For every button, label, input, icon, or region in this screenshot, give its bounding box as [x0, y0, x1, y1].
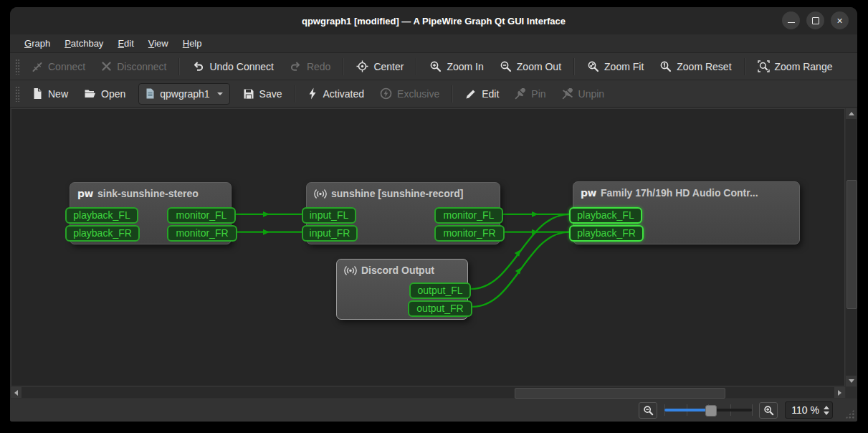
close-button[interactable]: × [831, 11, 849, 29]
pipewire-icon: pw [581, 188, 596, 198]
node-title: sink-sunshine-stereo [97, 188, 199, 199]
menu-help[interactable]: Help [176, 36, 209, 51]
arrow-right-icon [838, 390, 841, 396]
pin-button[interactable]: Pin [507, 83, 553, 105]
slider-fill [664, 409, 710, 411]
maximize-button[interactable] [806, 11, 824, 29]
vertical-scrollbar[interactable] [846, 108, 857, 386]
menu-edit[interactable]: Edit [110, 36, 140, 51]
node-title: Family 17h/19h HD Audio Contr... [601, 187, 758, 199]
menu-patchbay[interactable]: Patchbay [57, 36, 110, 51]
bolt-circle-icon [380, 87, 392, 100]
slider-tick [752, 404, 753, 416]
toolbar-grip[interactable] [15, 86, 20, 102]
connection-arrow [263, 211, 270, 217]
pencil-icon [465, 88, 477, 100]
toolbar-separator [573, 58, 575, 75]
edit-toggle[interactable]: Edit [458, 83, 506, 105]
graph-toolbar: Connect Disconnect Undo Connect Redo Cen… [10, 53, 857, 80]
close-icon: × [836, 16, 842, 26]
undo-connect-button[interactable]: Undo Connect [185, 56, 281, 77]
minimize-button[interactable] [782, 11, 800, 29]
zoom-fit-icon [587, 60, 599, 72]
arrow-up-icon [849, 112, 854, 115]
zoom-range-button[interactable]: Zoom Range [750, 56, 840, 77]
zoom-in-button-status[interactable] [759, 402, 778, 419]
connection-arrow [263, 229, 270, 235]
connection-arrow [532, 211, 538, 217]
window-controls: × [782, 11, 849, 29]
statusbar: 110 % [10, 399, 857, 422]
scroll-left-button[interactable] [11, 387, 22, 398]
node-title: sunshine [sunshine-record] [331, 188, 463, 199]
open-button[interactable]: Open [77, 83, 133, 105]
port-monitor-fr[interactable]: monitor_FR [434, 225, 505, 242]
minimize-icon [788, 22, 795, 23]
zoom-in-button[interactable]: Zoom In [422, 56, 490, 77]
port-playback-fl[interactable]: playback_FL [65, 207, 138, 224]
save-button[interactable]: Save [236, 83, 290, 105]
disconnect-button[interactable]: Disconnect [94, 56, 173, 77]
window-title: qpwgraph1 [modified] — A PipeWire Graph … [302, 16, 566, 27]
zoom-slider[interactable] [664, 403, 752, 417]
arrow-down-icon [849, 379, 854, 383]
new-button[interactable]: New [24, 83, 75, 105]
port-monitor-fl[interactable]: monitor_FL [167, 207, 236, 224]
zoom-out-button-status[interactable] [639, 402, 657, 419]
toolbar-grip[interactable] [15, 59, 20, 75]
activated-toggle[interactable]: Activated [300, 83, 371, 105]
port-output-fl[interactable]: output_FL [409, 282, 471, 299]
arrow-left-icon [14, 390, 18, 396]
file-toolbar: New Open qpwgraph1 Save Activated [10, 80, 857, 108]
connect-button[interactable]: Connect [24, 56, 92, 77]
zoom-spinbox[interactable]: 110 % [785, 401, 833, 419]
zoom-fit-button[interactable]: Zoom Fit [580, 56, 651, 77]
menu-view[interactable]: View [141, 36, 176, 51]
port-playback-fr[interactable]: playback_FR [569, 225, 644, 242]
node-title: Discord Output [361, 265, 434, 276]
port-input-fl[interactable]: input_FL [302, 207, 356, 224]
desktop-background: qpwgraph1 [modified] — A PipeWire Graph … [0, 0, 868, 433]
titlebar[interactable]: qpwgraph1 [modified] — A PipeWire Graph … [10, 7, 857, 34]
port-output-fr[interactable]: output_FR [408, 300, 472, 317]
qpwgraph-window: qpwgraph1 [modified] — A PipeWire Graph … [10, 7, 857, 422]
chevron-down-icon [217, 92, 223, 95]
port-monitor-fl[interactable]: monitor_FL [434, 207, 503, 224]
toolbar-separator [343, 58, 344, 75]
redo-button[interactable]: Redo [282, 56, 338, 77]
center-button[interactable]: Center [349, 56, 411, 77]
zoom-out-button[interactable]: Zoom Out [492, 56, 568, 77]
window-resize-grip[interactable] [845, 409, 854, 419]
port-monitor-fr[interactable]: monitor_FR [167, 225, 237, 242]
graph-canvas-area: pw sink-sunshine-stereo playback_FL play… [10, 108, 857, 399]
unpin-button[interactable]: Unpin [555, 83, 612, 105]
spin-down-icon[interactable] [824, 411, 829, 415]
port-playback-fl[interactable]: playback_FL [569, 207, 642, 224]
toolbar-separator [178, 58, 180, 75]
port-input-fr[interactable]: input_FR [302, 225, 358, 242]
unpin-icon [562, 88, 573, 100]
graph-viewport[interactable]: pw sink-sunshine-stereo playback_FL play… [11, 108, 845, 386]
session-selector[interactable]: qpwgraph1 [138, 83, 229, 105]
toolbar-separator [452, 85, 453, 103]
port-playback-fr[interactable]: playback_FR [65, 225, 140, 242]
menu-graph[interactable]: Graph [17, 36, 57, 51]
session-name: qpwgraph1 [160, 88, 209, 100]
horizontal-scrollbar[interactable] [11, 387, 845, 398]
vertical-scrollbar-thumb[interactable] [846, 180, 857, 309]
scroll-up-button[interactable] [846, 108, 857, 119]
redo-icon [290, 61, 302, 72]
spin-up-icon[interactable] [824, 406, 829, 409]
toolbar-separator [416, 58, 417, 75]
zoom-reset-icon [659, 60, 672, 72]
disconnect-icon [101, 61, 112, 72]
scroll-right-button[interactable] [834, 387, 845, 398]
save-icon [243, 88, 254, 100]
zoom-value: 110 % [791, 404, 819, 416]
horizontal-scrollbar-thumb[interactable] [515, 388, 725, 399]
stream-icon [344, 265, 357, 276]
exclusive-toggle[interactable]: Exclusive [373, 83, 447, 105]
zoom-slider-handle[interactable] [705, 405, 717, 417]
zoom-reset-button[interactable]: Zoom Reset [652, 56, 738, 77]
scroll-down-button[interactable] [846, 376, 857, 386]
